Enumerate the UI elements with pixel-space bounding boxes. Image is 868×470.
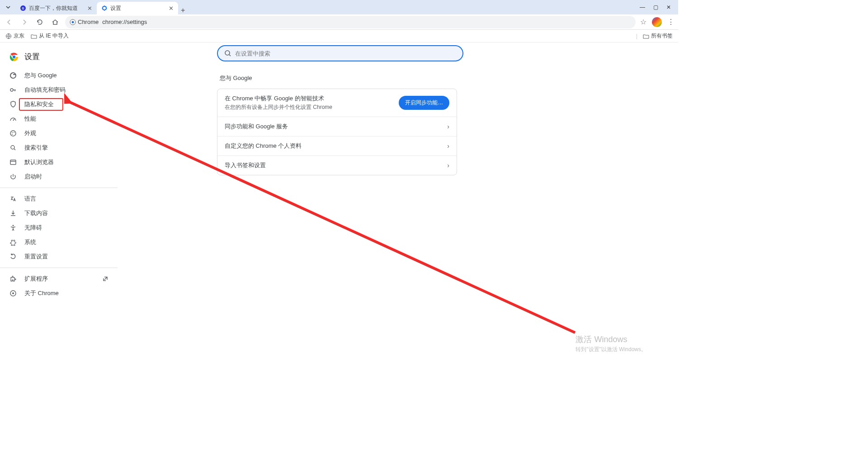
key-icon — [9, 86, 17, 94]
speed-icon — [9, 115, 17, 123]
sidebar-item-label: 外观 — [24, 129, 36, 137]
maximize-icon[interactable]: ▢ — [653, 4, 658, 10]
external-link-icon — [102, 276, 108, 282]
sidebar-item-label: 系统 — [24, 238, 36, 246]
watermark-line2: 转到"设置"以激活 Windows。 — [576, 346, 646, 353]
sidebar-item-accessibility[interactable]: 无障碍 — [0, 221, 118, 235]
sidebar-item-label: 关于 Chrome — [24, 289, 59, 297]
tab-baidu[interactable]: B 百度一下，你就知道 ✕ — [15, 2, 97, 14]
import-row[interactable]: 导入书签和设置 › — [217, 156, 457, 175]
sidebar-item-download[interactable]: 下载内容 — [0, 206, 118, 221]
sidebar-item-google[interactable]: 您与 Google — [0, 68, 118, 83]
sidebar-item-label: 扩展程序 — [24, 275, 48, 283]
new-tab-button[interactable]: + — [181, 6, 185, 14]
close-icon[interactable]: ✕ — [87, 5, 92, 12]
sidebar-item-label: 隐私和安全 — [24, 100, 54, 108]
svg-text:B: B — [22, 6, 24, 10]
windows-activation-watermark: 激活 Windows 转到"设置"以激活 Windows。 — [576, 334, 646, 353]
chrome-icon — [9, 289, 17, 297]
extension-icon — [9, 275, 17, 283]
sidebar-item-palette[interactable]: 外观 — [0, 126, 118, 141]
bookmark-jd[interactable]: 京东 — [5, 32, 24, 40]
search-icon — [224, 50, 231, 57]
all-bookmarks[interactable]: | 所有书签 — [636, 32, 673, 40]
sidebar-item-label: 默认浏览器 — [24, 158, 54, 166]
forward-button[interactable] — [19, 17, 30, 28]
settings-search-input[interactable] — [235, 50, 456, 57]
svg-point-12 — [14, 132, 14, 133]
profile-avatar[interactable] — [652, 17, 662, 27]
accessibility-icon — [9, 224, 17, 232]
svg-rect-15 — [10, 160, 16, 164]
close-icon[interactable]: ✕ — [169, 5, 174, 12]
google-icon — [9, 71, 17, 80]
chrome-logo-icon — [9, 52, 19, 62]
svg-point-9 — [10, 89, 13, 91]
sidebar-item-extension[interactable]: 扩展程序 — [0, 272, 118, 286]
close-window-icon[interactable]: ✕ — [666, 4, 671, 10]
sidebar-item-label: 性能 — [24, 115, 36, 123]
sidebar-item-speed[interactable]: 性能 — [0, 112, 118, 126]
svg-point-16 — [13, 225, 14, 226]
sidebar-item-power[interactable]: 启动时 — [0, 169, 118, 184]
settings-sidebar: 设置 您与 Google自动填充和密码隐私和安全性能外观搜索引擎默认浏览器启动时… — [0, 42, 118, 367]
minimize-icon[interactable]: — — [640, 4, 645, 10]
chevron-right-icon: › — [447, 142, 449, 150]
globe-icon — [5, 33, 12, 39]
folder-icon — [643, 33, 649, 39]
url-text: chrome://settings — [102, 19, 147, 25]
sidebar-item-lang[interactable]: 语言 — [0, 192, 118, 206]
titlebar: B 百度一下，你就知道 ✕ 设置 ✕ + — ▢ ✕ — [0, 0, 678, 14]
row-label: 同步功能和 Google 服务 — [225, 122, 443, 131]
menu-icon[interactable]: ⋮ — [667, 18, 675, 26]
folder-icon — [31, 33, 37, 39]
profile-row[interactable]: 自定义您的 Chrome 个人资料 › — [217, 136, 457, 156]
settings-main: 您与 Google 在 Chrome 中畅享 Google 的智能技术 在您的所… — [118, 42, 678, 367]
sidebar-item-chrome[interactable]: 关于 Chrome — [0, 286, 118, 301]
svg-point-11 — [12, 132, 13, 133]
sidebar-item-browser[interactable]: 默认浏览器 — [0, 155, 118, 169]
sidebar-item-key[interactable]: 自动填充和密码 — [0, 83, 118, 97]
secure-label: Chrome — [78, 19, 99, 25]
tab-title: 百度一下，你就知道 — [29, 5, 85, 12]
site-info[interactable]: Chrome — [70, 19, 99, 25]
enable-sync-button[interactable]: 开启同步功能… — [399, 96, 449, 110]
omnibox[interactable]: Chrome chrome://settings — [65, 16, 636, 28]
back-button[interactable] — [4, 17, 14, 28]
svg-point-14 — [11, 146, 14, 149]
tab-list-dropdown[interactable] — [4, 3, 13, 12]
sync-services-row[interactable]: 同步功能和 Google 服务 › — [217, 117, 457, 136]
sidebar-header: 设置 — [0, 50, 118, 68]
tab-settings[interactable]: 设置 ✕ — [97, 2, 178, 14]
sidebar-item-search[interactable]: 搜索引擎 — [0, 141, 118, 155]
sidebar-item-shield[interactable]: 隐私和安全 — [0, 97, 118, 112]
lang-icon — [9, 195, 17, 203]
bookmarks-bar: 京东 从 IE 中导入 | 所有书签 — [0, 30, 678, 42]
sidebar-item-label: 语言 — [24, 195, 36, 203]
svg-point-10 — [10, 131, 16, 136]
home-button[interactable] — [50, 17, 61, 28]
sidebar-item-reset[interactable]: 重置设置 — [0, 249, 118, 264]
sync-subtitle: 在您的所有设备上同步并个性化设置 Chrome — [225, 103, 394, 111]
sidebar-item-label: 下载内容 — [24, 209, 48, 217]
all-bookmarks-label: 所有书签 — [651, 32, 673, 40]
bookmark-star-icon[interactable]: ☆ — [640, 18, 646, 26]
section-title: 您与 Google — [220, 74, 678, 82]
settings-card: 在 Chrome 中畅享 Google 的智能技术 在您的所有设备上同步并个性化… — [217, 89, 457, 175]
sidebar-item-label: 无障碍 — [24, 224, 42, 232]
window-controls: — ▢ ✕ — [640, 4, 675, 10]
row-label: 自定义您的 Chrome 个人资料 — [225, 142, 443, 150]
reset-icon — [9, 253, 17, 261]
settings-search[interactable] — [217, 45, 463, 61]
sidebar-item-system[interactable]: 系统 — [0, 235, 118, 249]
baidu-favicon-icon: B — [20, 5, 26, 11]
row-label: 导入书签和设置 — [225, 161, 443, 169]
system-icon — [9, 238, 17, 246]
toolbar: Chrome chrome://settings ☆ ⋮ — [0, 14, 678, 30]
reload-button[interactable] — [34, 17, 45, 28]
bookmark-ie-import[interactable]: 从 IE 中导入 — [31, 32, 69, 40]
bookmark-label: 京东 — [14, 32, 24, 40]
chevron-right-icon: › — [447, 162, 449, 169]
browser-icon — [9, 158, 17, 166]
sidebar-item-label: 重置设置 — [24, 253, 48, 261]
